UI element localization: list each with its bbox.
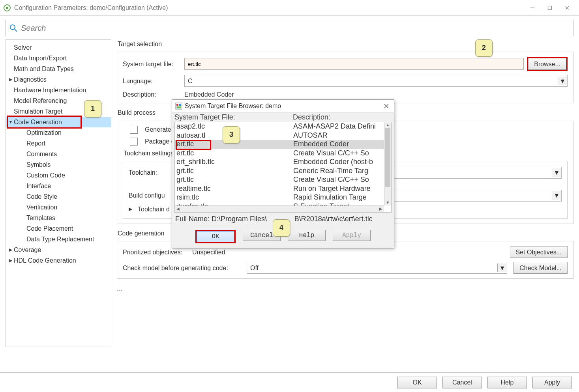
sidebar-item-interface[interactable]: Interface (6, 181, 111, 191)
chevron-down-icon: ▼ (558, 77, 567, 85)
sidebar-item-code-placement[interactable]: Code Placement (6, 223, 111, 234)
sidebar-item-comments[interactable]: Comments (6, 149, 111, 159)
sidebar-item-templates[interactable]: Templates (6, 213, 111, 223)
sidebar-item-hardware-impl[interactable]: Hardware Implementation (6, 85, 111, 95)
minimize-button[interactable] (524, 2, 541, 14)
dialog-close-button[interactable] (382, 102, 391, 110)
cell-file: grt.tlc (176, 167, 293, 175)
set-objectives-button[interactable]: Set Objectives... (510, 246, 568, 258)
label-language: Language: (123, 77, 181, 85)
sidebar-item-data-import-export[interactable]: Data Import/Export (6, 53, 111, 63)
cell-description: Run on Target Hardware (293, 185, 371, 193)
scroll-down-icon[interactable]: ▼ (384, 200, 391, 205)
column-header-file: System Target File: (174, 113, 293, 122)
language-select[interactable]: C ▼ (184, 75, 568, 87)
bottom-button-bar: OK Cancel Help Apply (0, 372, 579, 392)
sidebar-item-label: Symbols (26, 161, 51, 168)
scroll-up-icon[interactable]: ▲ (384, 122, 391, 128)
svg-point-6 (10, 25, 15, 30)
column-header-description: Description: (293, 113, 330, 122)
apply-button[interactable]: Apply (532, 377, 572, 388)
label-toolchain-details[interactable]: Toolchain d (138, 205, 170, 213)
list-row[interactable]: asap2.tlcASAM-ASAP2 Data Defini (175, 122, 391, 131)
sidebar-item-coverage[interactable]: ▶Coverage (6, 245, 111, 255)
list-row[interactable]: autosar.tlAUTOSAR (175, 131, 391, 140)
horizontal-scrollbar[interactable]: ◀ ▶ (175, 205, 384, 212)
check-model-select[interactable]: Off ▼ (247, 262, 507, 274)
system-target-file-input[interactable] (184, 58, 524, 70)
sidebar-item-code-style[interactable]: Code Style (6, 191, 111, 202)
check-model-button[interactable]: Check Model... (513, 262, 568, 274)
sidebar-item-label: Hardware Implementation (14, 86, 86, 94)
section-target-selection: Target selection (118, 40, 573, 48)
callout-2: 2 (475, 39, 493, 57)
svg-rect-3 (548, 6, 552, 9)
vertical-scrollbar[interactable]: ▲ ▼ (384, 122, 391, 205)
sidebar-item-hdl-code-generation[interactable]: ▶HDL Code Generation (6, 255, 111, 266)
caret-right-icon[interactable]: ▶ (129, 206, 132, 212)
list-row[interactable]: ert_shrlib.tlcEmbedded Coder (host-b (175, 158, 391, 167)
callout-3: 3 (223, 126, 240, 144)
title-bar: Configuration Parameters: demo/Configura… (0, 0, 579, 16)
app-icon (3, 4, 11, 12)
sidebar-item-label: Model Referencing (14, 97, 67, 105)
sidebar-item-label: Code Placement (26, 225, 73, 232)
group-target-selection: System target file: Browse... Language: … (117, 52, 573, 103)
help-button[interactable]: Help (487, 377, 527, 388)
browse-button[interactable]: Browse... (528, 58, 566, 70)
list-row[interactable]: realtime.tlcRun on Target Hardware (175, 184, 391, 193)
window-title: Configuration Parameters: demo/Configura… (14, 4, 524, 11)
caret-right-icon: ▶ (7, 77, 14, 82)
description-value: Embedded Coder (184, 91, 234, 98)
dialog-file-list[interactable]: asap2.tlcASAM-ASAP2 Data Definiautosar.t… (174, 122, 392, 213)
scrollbar-thumb[interactable] (385, 128, 390, 187)
package-code-checkbox[interactable] (130, 138, 138, 146)
dialog-apply-button[interactable]: Apply (333, 230, 371, 241)
label-build-config: Build configu (129, 192, 178, 199)
dialog-ok-button[interactable]: OK (197, 231, 234, 242)
sidebar-item-custom-code[interactable]: Custom Code (6, 170, 111, 181)
maximize-button[interactable] (541, 2, 558, 14)
sidebar-item-symbols[interactable]: Symbols (6, 159, 111, 170)
list-row[interactable]: grt.tlcCreate Visual C/C++ So (175, 175, 391, 185)
sidebar-item-label: Verification (26, 203, 57, 211)
sidebar-item-data-type-replacement[interactable]: Data Type Replacement (6, 234, 111, 245)
scroll-left-icon[interactable]: ◀ (175, 206, 181, 212)
sidebar-item-label: Data Import/Export (14, 54, 67, 62)
sidebar-item-code-generation[interactable]: ▼Code Generation (6, 117, 111, 127)
sidebar-item-diagnostics[interactable]: ▶Diagnostics (6, 74, 111, 85)
generate-code-checkbox[interactable] (130, 126, 138, 134)
dialog-help-button[interactable]: Help (288, 230, 326, 241)
sidebar-item-label: Optimization (26, 129, 62, 136)
search-input[interactable] (18, 23, 570, 33)
sidebar-item-label: Report (26, 140, 45, 147)
sidebar-item-label: Solver (14, 44, 32, 51)
cell-file: ert_shrlib.tlc (176, 158, 293, 166)
sidebar-item-optimization[interactable]: Optimization (6, 127, 111, 138)
svg-rect-11 (176, 106, 181, 108)
sidebar-item-report[interactable]: Report (6, 138, 111, 149)
scroll-right-icon[interactable]: ▶ (378, 206, 384, 212)
caret-right-icon: ▶ (7, 247, 14, 252)
list-row[interactable]: ert.tlcEmbedded Coder (175, 140, 391, 149)
svg-point-1 (6, 7, 8, 9)
check-model-value: Off (250, 264, 259, 272)
truncated-indicator: ... (117, 284, 573, 293)
sidebar-item-solver[interactable]: Solver (6, 42, 111, 53)
sidebar-item-verification[interactable]: Verification (6, 202, 111, 213)
caret-down-icon: ▼ (7, 119, 14, 125)
ok-button[interactable]: OK (397, 377, 437, 388)
search-box[interactable] (6, 20, 573, 36)
close-button[interactable] (558, 2, 576, 14)
chevron-down-icon: ▼ (552, 168, 561, 177)
list-row[interactable]: grt.tlcGeneric Real-Time Targ (175, 166, 391, 175)
cancel-button[interactable]: Cancel (442, 377, 482, 388)
sidebar-item-math-data-types[interactable]: Math and Data Types (6, 63, 111, 74)
cell-description: AUTOSAR (293, 131, 328, 140)
cell-description: Rapid Simulation Targe (293, 193, 367, 202)
cell-description: Embedded Coder (293, 140, 349, 149)
list-row[interactable]: ert.tlcCreate Visual C/C++ So (175, 149, 391, 158)
highlight-box: Browse... (527, 57, 568, 71)
list-row[interactable]: rsim.tlcRapid Simulation Targe (175, 193, 391, 202)
dialog-title-bar: System Target File Browser: demo (172, 100, 394, 112)
